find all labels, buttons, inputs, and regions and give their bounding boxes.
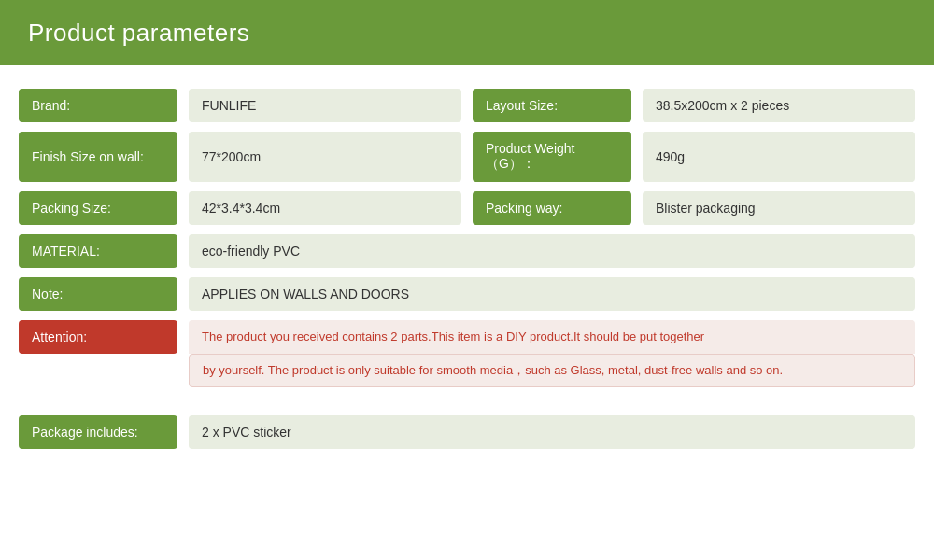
packing-size-value: 42*3.4*3.4cm	[189, 191, 461, 225]
package-value: 2 x PVC sticker	[189, 415, 915, 449]
packing-way-label: Packing way:	[473, 191, 631, 225]
row-finish-weight: Finish Size on wall: 77*200cm Product We…	[19, 132, 915, 182]
brand-pair: Brand: FUNLIFE	[19, 89, 461, 122]
weight-label: Product Weight（G）：	[473, 132, 631, 182]
packing-way-pair: Packing way: Blister packaging	[473, 191, 915, 225]
material-label: MATERIAL:	[19, 234, 177, 268]
package-label: Package includes:	[19, 415, 177, 449]
row-note: Note: APPLIES ON WALLS AND DOORS	[19, 277, 915, 311]
layout-pair: Layout Size: 38.5x200cm x 2 pieces	[473, 89, 915, 122]
weight-pair: Product Weight（G）： 490g	[473, 132, 915, 182]
brand-label: Brand:	[19, 89, 177, 122]
page-header: Product parameters	[0, 0, 934, 65]
brand-value: FUNLIFE	[189, 89, 461, 122]
page-title: Product parameters	[28, 19, 249, 48]
note-value: APPLIES ON WALLS AND DOORS	[189, 277, 915, 311]
packing-size-label: Packing Size:	[19, 191, 177, 225]
packing-way-value: Blister packaging	[643, 191, 915, 225]
row-material: MATERIAL: eco-friendly PVC	[19, 234, 915, 268]
layout-label: Layout Size:	[473, 89, 631, 122]
attention-label: Attention:	[19, 320, 177, 354]
row-package: Package includes: 2 x PVC sticker	[19, 415, 915, 449]
finish-pair: Finish Size on wall: 77*200cm	[19, 132, 461, 182]
finish-value: 77*200cm	[189, 132, 461, 182]
packing-size-pair: Packing Size: 42*3.4*3.4cm	[19, 191, 461, 225]
attention-value-line1: The product you received contains 2 part…	[189, 320, 915, 354]
finish-label: Finish Size on wall:	[19, 132, 177, 182]
row-packing: Packing Size: 42*3.4*3.4cm Packing way: …	[19, 191, 915, 225]
weight-value: 490g	[643, 132, 915, 182]
row-brand-layout: Brand: FUNLIFE Layout Size: 38.5x200cm x…	[19, 89, 915, 122]
note-label: Note:	[19, 277, 177, 311]
row-attention: Attention: The product you received cont…	[19, 320, 915, 406]
attention-value-line2: by yourself. The product is only suitabl…	[189, 354, 915, 387]
layout-value: 38.5x200cm x 2 pieces	[643, 89, 915, 122]
material-value: eco-friendly PVC	[189, 234, 915, 268]
content-area: Brand: FUNLIFE Layout Size: 38.5x200cm x…	[0, 65, 934, 477]
